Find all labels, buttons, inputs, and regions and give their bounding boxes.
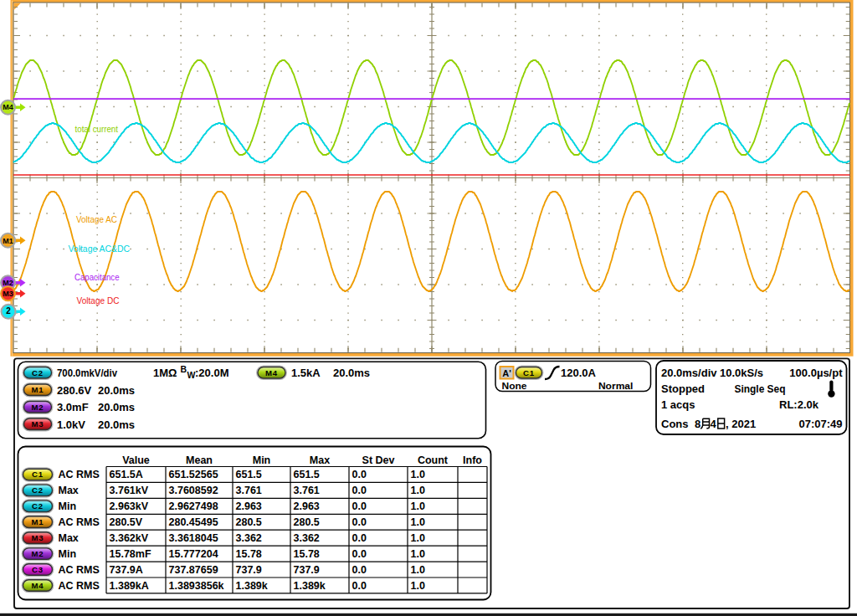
svg-text:C2: C2 [32, 501, 44, 511]
svg-text:737.9A: 737.9A [110, 564, 143, 576]
svg-text:2.963: 2.963 [236, 501, 262, 512]
svg-text:4: 4 [711, 418, 717, 430]
svg-text:A': A' [502, 368, 511, 378]
svg-text:651.5A: 651.5A [110, 469, 143, 480]
svg-text:Stopped: Stopped [661, 382, 705, 395]
svg-text:M2: M2 [32, 403, 44, 412]
svg-text:Voltage AC: Voltage AC [76, 214, 117, 224]
svg-text:3.761: 3.761 [294, 485, 320, 496]
svg-text:None: None [502, 381, 527, 391]
svg-text:B: B [181, 364, 187, 374]
svg-text:15.78mF: 15.78mF [110, 548, 151, 560]
svg-text:1.5kA: 1.5kA [291, 367, 321, 379]
svg-text:M3: M3 [32, 533, 44, 542]
svg-text:280.6V: 280.6V [57, 384, 92, 397]
svg-text:C2: C2 [32, 485, 44, 495]
svg-text:1.389k: 1.389k [294, 580, 326, 592]
svg-text:20.0ms: 20.0ms [98, 401, 135, 413]
svg-text:M4: M4 [265, 368, 278, 377]
svg-text:0.0: 0.0 [352, 548, 367, 560]
svg-text:Min: Min [59, 548, 77, 560]
svg-text:M4: M4 [3, 103, 13, 111]
svg-text:1.0: 1.0 [411, 501, 425, 512]
svg-text:AC RMS: AC RMS [59, 469, 100, 480]
svg-text:15.777204: 15.777204 [169, 548, 218, 560]
svg-text:Min: Min [253, 454, 271, 466]
svg-text:M1: M1 [3, 237, 13, 245]
svg-text:0.0: 0.0 [352, 580, 367, 592]
svg-text:700.0mkV/div: 700.0mkV/div [57, 367, 118, 379]
svg-text:M3: M3 [32, 419, 44, 429]
svg-text:Max: Max [310, 454, 330, 466]
svg-text:737.9: 737.9 [236, 564, 262, 576]
svg-text:C3: C3 [32, 565, 44, 574]
svg-text:Voltage AC&DC: Voltage AC&DC [69, 244, 131, 254]
svg-text:AC RMS: AC RMS [59, 516, 100, 528]
svg-text:1.0: 1.0 [411, 580, 425, 592]
svg-text:3.7608592: 3.7608592 [169, 485, 218, 496]
svg-text:737.87659: 737.87659 [169, 564, 218, 576]
svg-text:1.0: 1.0 [411, 548, 425, 560]
svg-text:1MΩ: 1MΩ [153, 367, 177, 379]
svg-text:280.45495: 280.45495 [169, 516, 218, 528]
svg-text:07:07:49: 07:07:49 [798, 418, 842, 430]
svg-text:2: 2 [6, 306, 11, 316]
svg-text:1.0: 1.0 [411, 469, 425, 480]
svg-text:Info: Info [463, 454, 482, 466]
svg-text:total current: total current [75, 124, 119, 134]
svg-text:1.0: 1.0 [411, 532, 425, 544]
svg-text:Min: Min [59, 501, 77, 512]
svg-text:737.9: 737.9 [294, 564, 320, 576]
svg-text:20.0ms/div: 20.0ms/div [661, 367, 717, 379]
svg-text:280.5: 280.5 [294, 516, 320, 528]
svg-text:3.0mF: 3.0mF [57, 401, 89, 413]
svg-text:2.9627498: 2.9627498 [169, 501, 218, 512]
svg-text:C1: C1 [32, 470, 44, 479]
svg-text:651.5: 651.5 [236, 469, 262, 480]
svg-text:1.3893856k: 1.3893856k [169, 580, 224, 592]
svg-text:0.0: 0.0 [352, 532, 367, 544]
svg-text:3.761: 3.761 [236, 485, 262, 496]
svg-text:3.362: 3.362 [236, 532, 262, 544]
svg-text:651.52565: 651.52565 [169, 469, 218, 480]
svg-text:280.5: 280.5 [236, 516, 262, 528]
svg-text:Mean: Mean [186, 454, 213, 466]
svg-text:1 acqs: 1 acqs [661, 398, 695, 411]
svg-text:M4: M4 [32, 581, 44, 590]
svg-text:St Dev: St Dev [362, 454, 395, 466]
svg-text:1.389kA: 1.389kA [110, 580, 149, 592]
svg-text:2.963: 2.963 [294, 501, 320, 512]
svg-text:M1: M1 [32, 517, 44, 526]
svg-text:1.0: 1.0 [411, 564, 425, 576]
svg-text:15.78: 15.78 [236, 548, 262, 560]
svg-text:W: W [187, 370, 196, 380]
svg-text:3.362kV: 3.362kV [110, 532, 149, 544]
svg-text:C1: C1 [523, 368, 535, 377]
svg-text:2.963kV: 2.963kV [110, 501, 149, 512]
svg-text:651.5: 651.5 [294, 469, 320, 480]
svg-text:C2: C2 [32, 368, 44, 377]
svg-text:M3: M3 [3, 290, 13, 298]
svg-text:Max: Max [59, 532, 79, 544]
svg-text:1.0: 1.0 [411, 516, 425, 528]
svg-text:15.78: 15.78 [294, 548, 320, 560]
svg-text:AC RMS: AC RMS [59, 564, 100, 576]
svg-text:0.0: 0.0 [352, 501, 367, 512]
svg-text:20.0ms: 20.0ms [98, 418, 135, 431]
svg-text:Capacitance: Capacitance [74, 272, 120, 282]
svg-text:1.0kV: 1.0kV [57, 418, 85, 431]
svg-text:RL:2.0k: RL:2.0k [779, 398, 819, 411]
svg-text:0.0: 0.0 [352, 564, 367, 576]
svg-text:3.362: 3.362 [294, 532, 320, 544]
svg-text:0.0: 0.0 [352, 485, 367, 496]
svg-text:1.0: 1.0 [411, 485, 425, 496]
svg-text:120.0A: 120.0A [561, 367, 597, 379]
svg-text:20.0ms: 20.0ms [98, 384, 135, 397]
svg-text:20.0ms: 20.0ms [333, 367, 370, 379]
svg-text:AC RMS: AC RMS [59, 580, 100, 592]
svg-text:0.0: 0.0 [352, 469, 367, 480]
svg-text:100.0µs/pt: 100.0µs/pt [789, 367, 843, 379]
svg-text:1.389k: 1.389k [236, 580, 268, 592]
svg-text:280.5V: 280.5V [110, 516, 143, 528]
svg-text:Count: Count [418, 454, 449, 466]
